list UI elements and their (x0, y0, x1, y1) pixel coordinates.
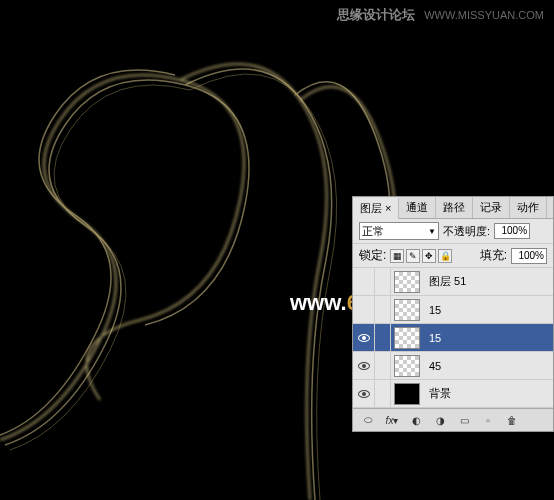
tab-history[interactable]: 记录 (473, 197, 510, 218)
layer-row[interactable]: 45 (353, 352, 553, 380)
lock-label: 锁定: (359, 247, 386, 264)
layer-thumbnail[interactable] (394, 383, 420, 405)
eye-icon (358, 362, 370, 370)
visibility-toggle[interactable] (353, 380, 375, 407)
link-col[interactable] (375, 324, 391, 351)
eye-icon (358, 390, 370, 398)
visibility-toggle[interactable] (353, 324, 375, 351)
fx-icon[interactable]: fx▾ (383, 413, 401, 427)
blend-mode-select[interactable]: 正常 ▼ (359, 222, 439, 240)
layer-thumbnail[interactable] (394, 327, 420, 349)
opacity-input[interactable]: 100% (494, 223, 530, 239)
layer-thumbnail[interactable] (394, 299, 420, 321)
link-col[interactable] (375, 268, 391, 295)
lock-transparency-icon[interactable]: ▦ (390, 249, 404, 263)
layer-list: 图层 51 15 15 45 背景 (353, 268, 553, 408)
layer-thumbnail[interactable] (394, 271, 420, 293)
adjustment-icon[interactable]: ◑ (431, 413, 449, 427)
tab-channels[interactable]: 通道 (399, 197, 436, 218)
layer-row[interactable]: 15 (353, 296, 553, 324)
top-watermark-text: 思缘设计论坛 (337, 7, 415, 22)
layer-row[interactable]: 15 (353, 324, 553, 352)
top-watermark-url: WWW.MISSYUAN.COM (424, 9, 544, 21)
chevron-down-icon: ▼ (428, 227, 436, 236)
fill-input[interactable]: 100% (511, 248, 547, 264)
trash-icon[interactable]: 🗑 (503, 413, 521, 427)
tab-paths[interactable]: 路径 (436, 197, 473, 218)
tab-layers[interactable]: 图层 × (353, 198, 399, 219)
layer-name[interactable]: 15 (423, 332, 553, 344)
layer-name[interactable]: 45 (423, 360, 553, 372)
layers-panel: 图层 × 通道 路径 记录 动作 正常 ▼ 不透明度: 100% 锁定: ▦ ✎… (352, 196, 554, 432)
opacity-label: 不透明度: (443, 224, 490, 239)
link-col[interactable] (375, 296, 391, 323)
eye-icon (358, 334, 370, 342)
link-col[interactable] (375, 352, 391, 379)
visibility-toggle[interactable] (353, 268, 375, 295)
top-watermark: 思缘设计论坛 WWW.MISSYUAN.COM (337, 6, 544, 24)
blend-opacity-row: 正常 ▼ 不透明度: 100% (353, 219, 553, 244)
layer-name[interactable]: 15 (423, 304, 553, 316)
layer-thumbnail[interactable] (394, 355, 420, 377)
tab-actions[interactable]: 动作 (510, 197, 547, 218)
lock-pixels-icon[interactable]: ✎ (406, 249, 420, 263)
visibility-toggle[interactable] (353, 296, 375, 323)
lock-all-icon[interactable]: 🔒 (438, 249, 452, 263)
layer-row[interactable]: 背景 (353, 380, 553, 408)
layer-name[interactable]: 背景 (423, 386, 553, 401)
new-layer-icon[interactable]: ▫ (479, 413, 497, 427)
panel-footer: ⬭ fx▾ ◐ ◑ ▭ ▫ 🗑 (353, 408, 553, 431)
lock-position-icon[interactable]: ✥ (422, 249, 436, 263)
layer-name[interactable]: 图层 51 (423, 274, 553, 289)
layer-row[interactable]: 图层 51 (353, 268, 553, 296)
lock-fill-row: 锁定: ▦ ✎ ✥ 🔒 填充: 100% (353, 244, 553, 268)
link-layers-icon[interactable]: ⬭ (359, 413, 377, 427)
fill-label: 填充: (480, 247, 507, 264)
link-col[interactable] (375, 380, 391, 407)
group-icon[interactable]: ▭ (455, 413, 473, 427)
visibility-toggle[interactable] (353, 352, 375, 379)
panel-tabs: 图层 × 通道 路径 记录 动作 (353, 197, 553, 219)
mask-icon[interactable]: ◐ (407, 413, 425, 427)
